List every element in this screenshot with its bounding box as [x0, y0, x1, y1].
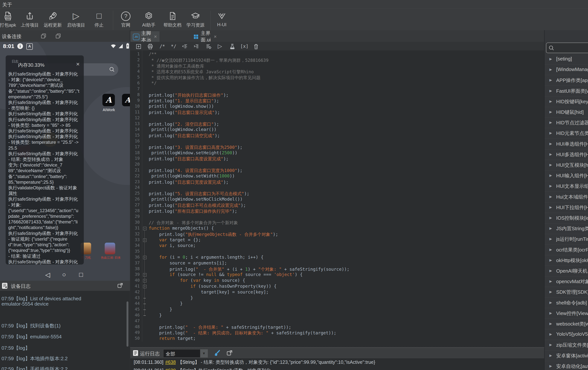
- website-button[interactable]: ?官网: [115, 10, 137, 28]
- export-run-log-icon[interactable]: [226, 349, 233, 357]
- ai-assistant-label: AI助手: [137, 22, 160, 28]
- fold-toggle-icon[interactable]: −: [143, 256, 147, 259]
- code-line: function mergeObjects() {: [149, 226, 214, 231]
- mirror-tab-icon[interactable]: [40, 33, 47, 39]
- editor-tab-主脚本.js[interactable]: JS主脚本.js×: [130, 31, 159, 42]
- api-tree-item[interactable]: ▶JS内置String类[String]: [545, 223, 588, 234]
- api-tree-item[interactable]: ▶APP操作类[app]: [545, 75, 588, 86]
- api-tree-item-label: HUI下拉组件[HSelect]: [556, 204, 588, 211]
- run-log-id-link[interactable]: #639: [165, 368, 176, 370]
- api-tree-item[interactable]: ▶[WindowManager]: [545, 65, 588, 75]
- fold-toggle-icon[interactable]: −: [143, 273, 147, 277]
- api-tree-item[interactable]: ▶HID按键码[keycode]: [545, 96, 588, 107]
- comment-start-icon[interactable]: /*: [158, 42, 167, 50]
- new-file-icon[interactable]: [135, 42, 143, 50]
- api-search-input[interactable]: [546, 43, 588, 53]
- upload-project-button[interactable]: 上传项目: [19, 10, 41, 28]
- clear-code-icon[interactable]: [252, 42, 260, 50]
- api-tree-item[interactable]: ▶YoloV5[yoloV5]: [545, 329, 588, 340]
- api-tree-item[interactable]: ▶opencvMat对象[Mat]: [545, 276, 588, 287]
- home-icon[interactable]: ○: [62, 271, 66, 278]
- log-filter-dropdown[interactable]: 全部 ▼: [163, 349, 208, 358]
- chevron-down-icon[interactable]: ▼: [200, 349, 208, 357]
- run-log-id-link[interactable]: #638: [165, 359, 176, 365]
- api-tree-item[interactable]: ▶Hui文本域组件[HTextarea]: [545, 192, 588, 202]
- fold-toggle-icon[interactable]: −: [143, 227, 147, 230]
- api-tree-item[interactable]: ▶FastUI界面类[window]: [545, 86, 588, 97]
- line-number: 31: [130, 226, 140, 230]
- run-project-icon: ▷: [65, 10, 87, 22]
- help-docs-button[interactable]: 帮助文档: [161, 10, 184, 28]
- game-icon-2[interactable]: [105, 243, 115, 254]
- package-apk-button[interactable]: APK打包apk: [0, 10, 19, 28]
- api-tree-item[interactable]: ▶HUI下拉组件[HSelect]: [545, 202, 588, 213]
- comment-end-icon[interactable]: */: [169, 42, 178, 50]
- api-tree-item[interactable]: ▶js运行时[runTime]: [545, 234, 588, 245]
- learning-button[interactable]: 学习资源: [184, 10, 207, 28]
- test-flask-icon[interactable]: [228, 42, 236, 50]
- run-log-entry[interactable]: [08:01:11.361]#639【Color】执行safeStringify…: [134, 367, 271, 370]
- api-tree-item[interactable]: ▶[seting]: [545, 54, 588, 65]
- api-tree-item[interactable]: ▶HID键鼠[hid]: [545, 107, 588, 118]
- app-icon-aiwork[interactable]: A: [102, 94, 115, 106]
- line-number: 26: [130, 197, 140, 201]
- editor-tab-主界面.ui[interactable]: 主界面.ui×: [190, 31, 219, 42]
- run-script-icon[interactable]: ▷: [216, 42, 224, 50]
- fold-toggle-icon[interactable]: −: [143, 279, 147, 283]
- api-tree-item[interactable]: ▶HUI输入组件[HInput]: [545, 170, 588, 181]
- recents-icon[interactable]: □: [79, 271, 83, 278]
- api-tree-item[interactable]: ▶安卓自动化[auto]: [545, 361, 588, 370]
- fold-end-marker: [144, 315, 146, 316]
- api-tree-item[interactable]: ▶View控件[View]: [545, 308, 588, 319]
- api-tree-item[interactable]: ▶HUI单选组件[HRadio]: [545, 139, 588, 149]
- menu-about[interactable]: 关于: [2, 1, 12, 8]
- hui-button[interactable]: H-UI: [210, 10, 233, 27]
- package-apk-label: 打包apk: [0, 22, 19, 28]
- upload-project-label: 上传项目: [19, 22, 41, 28]
- phone-mirror-screen[interactable]: 8:01 i A A AIWork A 界 刀吼 热血江湖:: [0, 42, 130, 281]
- api-tree-item[interactable]: ▶ocr结果类[ocrResult]: [545, 245, 588, 255]
- api-tree-item[interactable]: ▶HUI文本显示组件[HText]: [545, 181, 588, 192]
- clear-log-brush-icon[interactable]: [213, 349, 221, 357]
- floating-log-window[interactable]: 日志 内存30.33% × 执行safeStringify函数 - 对象序列化 …: [6, 55, 84, 264]
- outdent-icon[interactable]: [181, 42, 189, 50]
- api-tree-item[interactable]: ▶安卓窗体[activity]: [545, 350, 588, 361]
- line-number: 39: [130, 272, 140, 277]
- api-tree-item[interactable]: ▶HUI多选组件[HCheckbox]: [545, 149, 588, 160]
- print-icon[interactable]: [146, 42, 154, 50]
- close-tab-icon[interactable]: ×: [214, 34, 217, 40]
- device-log-scrollbar[interactable]: [126, 301, 128, 347]
- tab-device-connect[interactable]: 设备连接: [2, 33, 21, 40]
- api-tree-item[interactable]: ▶HUI交互模块[hui]: [545, 160, 588, 171]
- export-log-icon[interactable]: [117, 282, 124, 289]
- api-tree-item-label: shell命令[adb]: [556, 300, 588, 306]
- ai-assistant-button[interactable]: AI助手: [137, 10, 160, 28]
- layout-tab-icon[interactable]: [55, 33, 61, 39]
- api-tree-item[interactable]: ▶OpenAI聊天机器人: [545, 266, 588, 276]
- api-tree-item[interactable]: ▶HID元素节点类[HidNode]: [545, 128, 588, 139]
- api-tree-item[interactable]: ▶websocket类[webSocket]: [545, 319, 588, 329]
- format-code-icon[interactable]: [204, 42, 213, 50]
- api-tree-item-label: YoloV5[yoloV5]: [556, 331, 588, 337]
- insert-variable-icon[interactable]: [x]: [240, 42, 249, 50]
- close-icon[interactable]: ×: [76, 61, 80, 68]
- remote-update-button[interactable]: 远程更新: [42, 10, 64, 28]
- back-icon[interactable]: ◁: [45, 271, 50, 278]
- api-tree-item[interactable]: ▶shell命令[adb]: [545, 297, 588, 308]
- code-editor[interactable]: 1/**2 * //◉交流QQ群711841924群一，苹果内测群，528816…: [130, 51, 544, 347]
- close-tab-icon[interactable]: ×: [154, 34, 157, 40]
- app-icon-partial[interactable]: A: [122, 94, 130, 106]
- run-project-button[interactable]: ▷启动项目: [65, 10, 87, 28]
- api-tree-item[interactable]: ▶IOS控制模块[ios]: [545, 213, 588, 223]
- api-tree-item[interactable]: ▶SDK管理[SDK]: [545, 287, 588, 297]
- run-log-entry[interactable]: [08:01:11.360]#638【String】 - 结果: 类型转换成功，…: [134, 359, 375, 365]
- indent-icon[interactable]: [192, 42, 200, 50]
- stop-project-button[interactable]: □停止: [88, 10, 110, 28]
- fold-toggle-icon[interactable]: −: [143, 239, 147, 242]
- line-number: 16: [130, 139, 140, 143]
- api-tree-item[interactable]: ▶zip压缩文件类[zip]: [545, 340, 588, 350]
- api-tree-item[interactable]: ▶okHttp模块[okHttp]: [545, 255, 588, 266]
- fold-toggle-icon[interactable]: −: [143, 285, 147, 288]
- api-tree-item[interactable]: ▶HID节点过滤器[HidFilter]: [545, 117, 588, 128]
- code-line: source = arguments[i];: [149, 261, 227, 265]
